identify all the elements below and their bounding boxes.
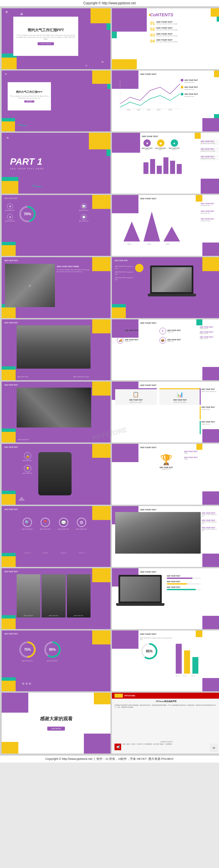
s24-title: PPTstore商业条款声明 (115, 700, 218, 703)
s17-circle-3: 💬 (59, 518, 68, 527)
s17-icon-4: ⚙ ADD YOUR TEXT (76, 518, 87, 530)
s11-text2: ADD YOUR TEXT (18, 376, 28, 378)
s24-store-name: PPTSTORE (124, 695, 135, 697)
s20-purple-br (202, 616, 219, 629)
slide-1-btn[interactable]: VIEW MORE (38, 42, 54, 45)
s22-left-content: ADD YOUR TEXT sample text here insert de… (140, 637, 174, 660)
s12-icon-1: ☂ ADD YOUR TEXTsample text (117, 328, 157, 334)
s16-purple-br (202, 491, 219, 505)
svg-text:2012: 2012 (137, 109, 140, 111)
s17-title: ADD YOUR TEXT (4, 508, 18, 510)
s24-content: PPTstore商业条款声明 本套模板中使用的图片均来源于网络搜集，版权归原作者… (115, 700, 218, 709)
s11-photo (17, 326, 91, 369)
s7-yellow-tr (92, 195, 111, 209)
s15-bulb-icon: 💡 (24, 465, 31, 472)
s12-r1: ADD YOUR TEXT sample text here (200, 326, 219, 329)
s15-lock-icon: 🔒 (24, 452, 31, 460)
svg-rect-11 (170, 161, 175, 174)
deco-yellow-tr (91, 8, 111, 23)
svg-rect-37 (176, 644, 182, 674)
s17-bt-3: sample text (57, 552, 70, 554)
s21-yellow-tr (92, 630, 111, 644)
s17-circle-2: 📍 (41, 518, 50, 527)
s9-photo: ▣ (5, 264, 55, 307)
s3-yellow-tr (92, 70, 111, 84)
s22-purple-br (202, 678, 219, 691)
item-text-2: Insert your desired text here sample. (156, 29, 178, 31)
svg-text:2015: 2015 (166, 243, 169, 245)
s23-yellow-bl (2, 742, 18, 753)
s7-li-1: ⚙ ADD YOUR TEXT (3, 203, 17, 211)
s3-wave (18, 121, 27, 127)
svg-marker-24 (18, 497, 25, 501)
s23-yellow-tr (94, 693, 111, 704)
slide2-yellow-tr (211, 8, 219, 17)
s16-right: ADD YOUR TEXT sample ADD YOUR TEXT sampl… (184, 451, 201, 460)
s4-yellow-tr (214, 70, 219, 77)
footer-bar: Copyright © http://www.pptstore.net | 软件… (0, 755, 219, 763)
s5-teal (2, 177, 18, 181)
s13-teal (2, 429, 15, 432)
s16-title: ADD YOUR TEXT (140, 446, 156, 448)
s21-circles: 75% ADD YOUR TEXT 85% ADD YOUR TEXT (18, 641, 62, 662)
svg-text:85%: 85% (49, 648, 56, 651)
s17-icon-1: 🔍 ADD YOUR TEXT (22, 518, 33, 530)
s23-btn[interactable]: VIEW MORE (47, 726, 65, 731)
s24-qr-code: QR (210, 744, 218, 752)
s22-yellow-t (196, 630, 202, 637)
s14-r2: ADD YOUR TEXT sample text here (200, 406, 219, 420)
s7-icon-clock: 🕐 (81, 214, 87, 220)
s11-teal (2, 366, 15, 370)
s6-yellow-t (195, 133, 201, 139)
s7-icon-star: ★ (7, 214, 13, 220)
s9-body: Your text here sample text insert desire… (57, 269, 91, 273)
svg-text:2014: 2014 (148, 243, 151, 245)
svg-text:70%: 70% (24, 212, 31, 216)
item-text-3: Insert your desired text here sample. (156, 35, 178, 37)
s24-footer-info: 【免费图片使用说明】 📢 素材：AI所有，AI软件，字体 HKYKT 均可免费商… (115, 741, 218, 752)
slide-18: ADD YOUR TEXT ADD YOUR TEXT sample text … (112, 506, 219, 567)
svg-text:2014: 2014 (157, 109, 160, 111)
svg-text:2011: 2011 (127, 109, 130, 111)
s3-btn: VIEW MORE (24, 100, 34, 102)
s17-yellow-tr (92, 506, 111, 520)
slide-21: ADD YOUR TEXT 75% ADD YOUR TEXT 85% (1, 630, 111, 692)
slide2-item-1: 01 ADD YOUR TEXTInsert your desired text… (150, 21, 209, 25)
s3-subtitle: This is a sample text. Insert your desir… (10, 95, 49, 99)
s4-item-3: ADD YOUR TEXT sample text here (181, 93, 199, 97)
slide-9: ADD YOUR TEXT ▣ ADD YOUR TEXT HERE Your … (1, 257, 111, 318)
s19-teal (2, 615, 15, 618)
s22-title: ADD YOUR TEXT (140, 633, 156, 635)
s17-bottom-text: sample text sample text sample text samp… (18, 552, 91, 554)
s14-box-2: 📊 ADD YOUR TEXT sample text here sample (159, 388, 201, 405)
s18-title: ADD YOUR TEXT (140, 509, 156, 511)
slide-17: ADD YOUR TEXT 🔍 ADD YOUR TEXT 📍 ADD YOUR… (1, 506, 111, 567)
s8-r-item-3: ADD YOUR TEXT sample text here (200, 217, 219, 223)
s6-icon-2: ◆ ADD YOUR TEXT sample text (155, 140, 166, 150)
s8-r-item-1: ADD YOUR TEXT sample text here (200, 202, 219, 207)
slide-13: ADD YOUR TEXT ADD YOUR TEXT (1, 381, 111, 443)
s21-teal (2, 677, 15, 681)
slide2-yellow-bl (112, 59, 137, 69)
header-copyright: Copyright © http://www.pptstore.net (83, 1, 135, 5)
slide2-purple-tl (112, 8, 147, 32)
s23-center: 感谢大家的观看 VIEW MORE (26, 716, 86, 731)
s15-title: ADD YOUR TEXT (4, 446, 18, 448)
s18-photo (115, 512, 201, 554)
s4-teal-r (214, 114, 219, 118)
s10-t1: ADD YOUR TEXT sample text here (115, 266, 133, 269)
s24-logo-box (115, 694, 123, 698)
svg-rect-8 (150, 159, 155, 174)
s22-body: ADD YOUR TEXT sample text here insert de… (140, 637, 174, 641)
s13-photo (17, 388, 91, 428)
svg-rect-9 (157, 166, 162, 174)
s19-lbl-1: ADD YOUR TEXT (17, 615, 40, 617)
s10-t3: ADD YOUR TEXT sample text here (115, 277, 133, 280)
s7-right-items: 📊 ADD YOUR TEXT 🕐 ADD YOUR TEXT (77, 203, 91, 222)
s15-left-icons: 🔒 ADD YOUR TEXT 💡 ADD YOUR TEXT (18, 452, 37, 474)
slide2-item-4: 04 ADD YOUR TEXTInsert your desired text… (150, 39, 209, 43)
slide-5: PART 1 ADD YOUR TEXT HERE (1, 132, 111, 194)
s17-bt-2: sample text (39, 552, 52, 554)
s21-title: ADD YOUR TEXT (4, 633, 18, 635)
s17-teal (2, 553, 15, 556)
